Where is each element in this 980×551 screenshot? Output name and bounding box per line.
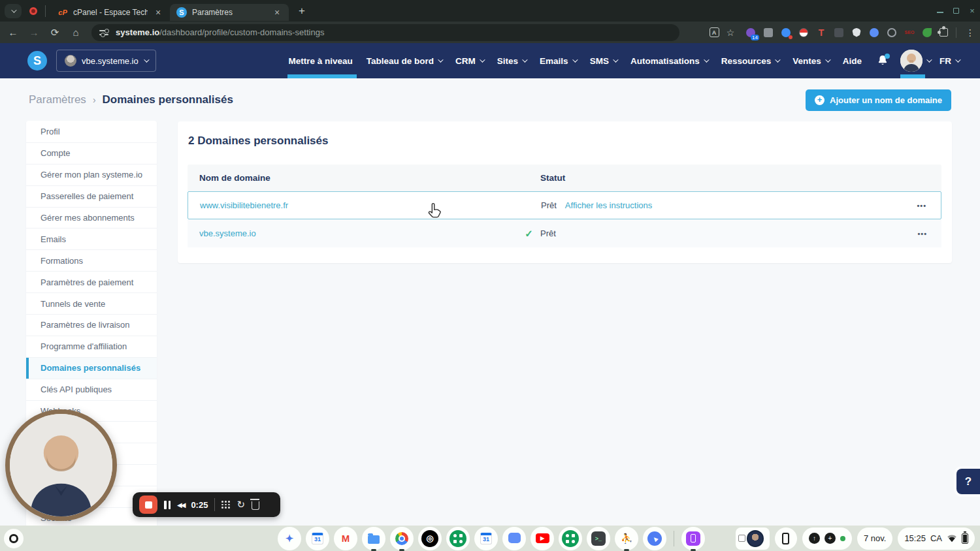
sidebar-item-cl-s-api-publiques[interactable]: Clés API publiques	[26, 379, 157, 400]
sidebar-item-passerelles-de-paiement[interactable]: Passerelles de paiement	[26, 185, 157, 207]
sidebar-item-param-tres-de-livraison[interactable]: Paramètres de livraison	[26, 314, 157, 336]
help-button[interactable]: ?	[956, 469, 980, 494]
sidebar-item-profil[interactable]: Profil	[26, 121, 157, 142]
launcher-button[interactable]	[4, 529, 24, 548]
nav-item-tableau-de-bord[interactable]: Tableau de bord	[367, 43, 442, 78]
pause-recording-button[interactable]	[164, 501, 171, 509]
minimize-icon[interactable]	[937, 8, 943, 13]
instructions-link[interactable]: Afficher les instructions	[565, 200, 652, 210]
home-icon[interactable]: ⌂	[68, 25, 84, 40]
page-title: 2 Domaines personnalisés	[188, 134, 952, 148]
nav-item-aide[interactable]: Aide	[843, 43, 862, 78]
nav-item-emails[interactable]: Emails	[540, 43, 576, 78]
play-family-icon[interactable]	[446, 527, 470, 550]
sidebar-item-domaines-personnalis-s[interactable]: Domaines personnalisés	[26, 357, 157, 379]
youtube-icon[interactable]: ▶	[531, 527, 554, 550]
globe-icon[interactable]	[886, 27, 898, 39]
screenshot-preview[interactable]	[736, 527, 770, 550]
gmail-icon[interactable]: M	[334, 527, 357, 550]
rewind-icon[interactable]: ◀◀	[177, 501, 184, 509]
calendar-alt-icon[interactable]: 31	[474, 527, 498, 550]
restart-recording-icon[interactable]: ↻	[237, 499, 245, 511]
profile-menu[interactable]	[900, 43, 930, 78]
pokeball-icon[interactable]	[798, 27, 809, 39]
audio-spiral-icon[interactable]: ◎	[418, 527, 442, 550]
camera-ext-icon[interactable]	[833, 27, 845, 39]
nav-item-crm[interactable]: CRM	[455, 43, 483, 78]
quick-status-tray[interactable]: ↑ +	[802, 527, 852, 550]
notifications-bell[interactable]	[875, 54, 890, 68]
row-menu-icon[interactable]: •••	[917, 230, 927, 238]
phone-hub-app-icon[interactable]	[681, 527, 705, 550]
nav-item-ressources[interactable]: Ressources	[721, 43, 779, 78]
reload-icon[interactable]: ⟳	[47, 25, 63, 40]
nav-item-ventes[interactable]: Ventes	[792, 43, 829, 78]
close-tab-icon[interactable]: ×	[272, 7, 282, 18]
nav-item-label: SMS	[590, 56, 609, 66]
delete-recording-icon[interactable]	[252, 501, 259, 510]
webcam-bubble[interactable]	[5, 409, 117, 521]
table-row[interactable]: www.visibilitebienetre.frPrêtAfficher le…	[188, 191, 941, 219]
sidebar-item-g-rer-mes-abonnements[interactable]: Gérer mes abonnements	[26, 207, 157, 228]
add-domain-button[interactable]: + Ajouter un nom de domaine	[806, 89, 951, 111]
tab-search-button[interactable]	[5, 4, 22, 18]
blue-flower-icon[interactable]	[868, 27, 880, 39]
shield-icon[interactable]	[851, 27, 862, 39]
tools-grid-icon[interactable]	[221, 501, 230, 509]
browser-tab-cpanel[interactable]: cP cPanel - Espace Technique ×	[51, 4, 170, 21]
system-tray[interactable]: 15:25 CA	[898, 527, 975, 550]
date-tray[interactable]: 7 nov.	[857, 527, 892, 550]
seo-icon[interactable]: SEO	[904, 27, 915, 39]
nav-item-label: CRM	[455, 56, 476, 66]
address-bar[interactable]: systeme.io/dashboard/profile/custom-doma…	[91, 24, 679, 41]
nav-item-mettre-niveau[interactable]: Mettre à niveau	[289, 43, 353, 78]
domain-link[interactable]: www.visibilitebienetre.fr	[200, 200, 288, 210]
stop-recording-button[interactable]	[139, 496, 157, 514]
browser-tab-parametres[interactable]: S Paramètres ×	[170, 4, 289, 21]
language-selector[interactable]: FR	[939, 56, 959, 66]
sidebar-item-param-tres-de-paiement[interactable]: Paramètres de paiement	[26, 271, 157, 292]
red-t-icon[interactable]: T	[815, 27, 827, 39]
nav-item-automatisations[interactable]: Automatisations	[630, 43, 708, 78]
gemini-icon[interactable]: ✦	[278, 527, 301, 550]
extensions-puzzle-icon[interactable]	[939, 28, 948, 37]
sidebar-item-tunnels-de-vente[interactable]: Tunnels de vente	[26, 292, 157, 314]
sidebar-item-g-rer-mon-plan-systeme-io[interactable]: Gérer mon plan systeme.io	[26, 164, 157, 185]
close-window-icon[interactable]: ×	[968, 7, 976, 15]
green-leaf-icon[interactable]	[921, 27, 933, 39]
translate-icon[interactable]: A	[710, 27, 719, 37]
rocket-icon[interactable]: ▲	[643, 527, 666, 550]
workspace-selector[interactable]: vbe.systeme.io	[56, 50, 156, 72]
chrome-icon[interactable]	[390, 527, 414, 550]
sidebar-item-compte[interactable]: Compte	[26, 142, 157, 164]
chat-icon[interactable]	[502, 527, 526, 550]
meet-people-icon[interactable]: ⛹	[615, 527, 638, 550]
site-settings-icon[interactable]	[99, 29, 110, 37]
close-tab-icon[interactable]: ×	[153, 7, 163, 18]
nav-item-sms[interactable]: SMS	[590, 43, 617, 78]
colorpicker-icon[interactable]	[780, 27, 792, 39]
password-manager-icon[interactable]: 14	[745, 27, 757, 39]
new-tab-button[interactable]: +	[294, 3, 310, 19]
files-icon[interactable]	[362, 527, 385, 550]
sidebar-item-emails[interactable]: Emails	[26, 228, 157, 249]
bookmark-star-icon[interactable]: ☆	[725, 27, 736, 39]
grey-tool-icon[interactable]	[762, 27, 774, 39]
systeme-logo[interactable]: S	[27, 51, 47, 71]
sidebar-item-programme-d-affiliation[interactable]: Programme d'affiliation	[26, 336, 157, 357]
browser-menu-icon[interactable]: ⋮	[966, 27, 975, 38]
phone-hub-icon[interactable]	[775, 527, 797, 550]
back-icon[interactable]: ←	[5, 25, 21, 40]
calendar-icon[interactable]: 31	[306, 527, 329, 550]
url-text: systeme.io/dashboard/profile/custom-doma…	[116, 27, 324, 37]
maximize-icon[interactable]	[953, 8, 959, 14]
row-menu-icon[interactable]: •••	[917, 202, 926, 210]
table-row[interactable]: vbe.systeme.io✓Prêt•••	[188, 219, 941, 247]
domain-link[interactable]: vbe.systeme.io	[199, 228, 256, 238]
sidebar-item-formations[interactable]: Formations	[26, 249, 157, 271]
forward-icon[interactable]: →	[26, 25, 42, 40]
qr-grid-icon[interactable]	[559, 527, 582, 550]
nav-item-sites[interactable]: Sites	[497, 43, 526, 78]
terminal-icon[interactable]: >_	[587, 527, 610, 550]
breadcrumb-parent[interactable]: Paramètres	[29, 93, 86, 106]
